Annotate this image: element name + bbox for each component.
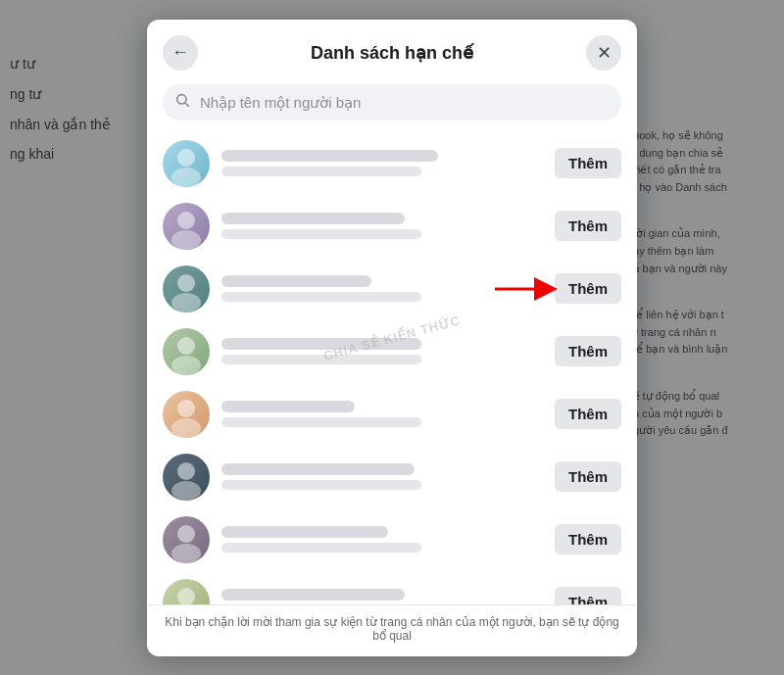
list-item: Thêm bbox=[147, 508, 637, 571]
list-item: Thêm bbox=[147, 132, 637, 195]
list-item: Thêm bbox=[147, 446, 637, 508]
add-friend-button[interactable]: Thêm bbox=[555, 273, 621, 304]
svg-point-3 bbox=[172, 168, 201, 187]
search-icon bbox=[174, 92, 190, 112]
svg-point-6 bbox=[177, 274, 195, 292]
friend-name bbox=[221, 463, 555, 490]
avatar bbox=[163, 265, 210, 313]
svg-point-17 bbox=[177, 588, 195, 604]
svg-point-2 bbox=[177, 149, 195, 167]
friend-name bbox=[221, 401, 555, 427]
friend-name bbox=[221, 338, 555, 364]
back-button[interactable]: ← bbox=[163, 35, 198, 71]
svg-point-5 bbox=[172, 230, 201, 250]
avatar bbox=[163, 516, 210, 563]
svg-point-13 bbox=[177, 462, 195, 480]
svg-point-9 bbox=[177, 337, 195, 355]
friend-name bbox=[221, 213, 555, 239]
svg-point-16 bbox=[172, 544, 201, 563]
add-friend-button[interactable]: Thêm bbox=[555, 524, 621, 554]
svg-line-1 bbox=[185, 103, 189, 107]
avatar bbox=[163, 579, 210, 604]
avatar bbox=[163, 328, 210, 375]
modal-title: Danh sách hạn chế bbox=[198, 42, 586, 64]
list-item: Thêm bbox=[147, 195, 637, 258]
svg-point-14 bbox=[172, 481, 201, 501]
svg-point-4 bbox=[177, 212, 195, 229]
arrow-indicator bbox=[495, 274, 559, 304]
svg-point-11 bbox=[177, 400, 195, 417]
add-friend-button[interactable]: Thêm bbox=[555, 399, 621, 429]
modal-container: ← Danh sách hạn chế ✕ bbox=[147, 20, 637, 656]
close-button[interactable]: ✕ bbox=[586, 35, 621, 71]
search-box bbox=[163, 84, 621, 121]
friend-name bbox=[221, 589, 555, 604]
svg-point-12 bbox=[172, 418, 201, 438]
add-friend-button[interactable]: Thêm bbox=[555, 587, 621, 604]
avatar bbox=[163, 454, 210, 501]
modal-header: ← Danh sách hạn chế ✕ bbox=[147, 20, 637, 71]
add-friend-button[interactable]: Thêm bbox=[555, 461, 621, 492]
add-friend-button[interactable]: Thêm bbox=[555, 336, 621, 366]
modal-footer: Khi bạn chặn lời mời tham gia sự kiện từ… bbox=[147, 604, 637, 656]
list-item: Thêm bbox=[147, 383, 637, 446]
svg-point-10 bbox=[172, 356, 201, 375]
list-item: Thêm bbox=[147, 571, 637, 604]
modal-overlay: ← Danh sách hạn chế ✕ bbox=[0, 0, 784, 675]
footer-text: Khi bạn chặn lời mời tham gia sự kiện từ… bbox=[163, 615, 621, 643]
list-item: Thêm bbox=[147, 320, 637, 383]
add-friend-button[interactable]: Thêm bbox=[555, 148, 621, 178]
add-friend-button[interactable]: Thêm bbox=[555, 211, 621, 241]
avatar bbox=[163, 140, 210, 187]
svg-point-0 bbox=[177, 95, 186, 104]
friends-list: Thêm Thêm bbox=[147, 128, 637, 604]
avatar bbox=[163, 203, 210, 250]
friend-name bbox=[221, 150, 555, 176]
svg-point-7 bbox=[172, 293, 201, 313]
avatar bbox=[163, 391, 210, 438]
friend-name bbox=[221, 526, 555, 553]
list-item: Thêm bbox=[147, 258, 637, 320]
svg-point-15 bbox=[177, 525, 195, 543]
search-input[interactable] bbox=[163, 84, 621, 121]
